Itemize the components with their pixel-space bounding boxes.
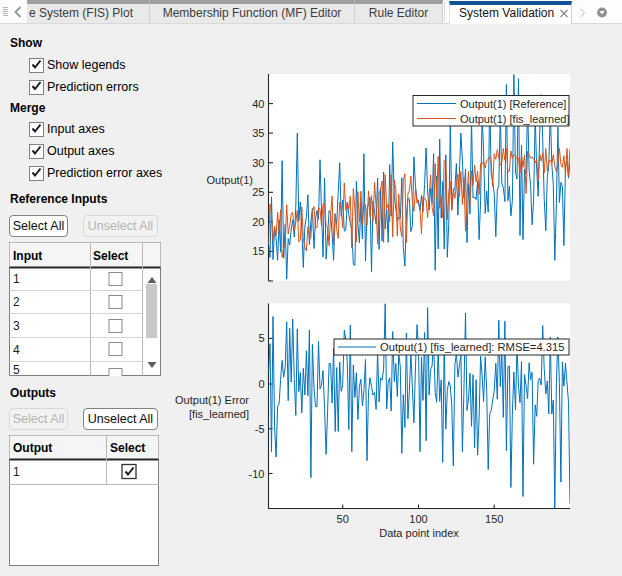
svg-text:Output(1) Error: Output(1) Error	[175, 394, 249, 406]
svg-text:Input: Input	[13, 249, 42, 263]
svg-text:Output(1) [fis_learned]: Output(1) [fis_learned]	[460, 113, 569, 125]
svg-text:150: 150	[485, 513, 503, 525]
svg-text:Select: Select	[110, 441, 145, 455]
svg-text:Output(1) [Reference]: Output(1) [Reference]	[460, 98, 566, 110]
svg-text:30: 30	[252, 157, 264, 169]
svg-text:1: 1	[13, 465, 20, 479]
svg-text:2: 2	[13, 295, 20, 309]
svg-text:Select: Select	[93, 249, 128, 263]
svg-text:35: 35	[252, 127, 264, 139]
svg-text:1: 1	[13, 272, 20, 286]
svg-text:5: 5	[258, 332, 264, 344]
svg-text:25: 25	[252, 186, 264, 198]
svg-text:40: 40	[252, 98, 264, 110]
svg-text:100: 100	[409, 513, 427, 525]
svg-text:3: 3	[13, 319, 20, 333]
svg-text:Output: Output	[13, 441, 52, 455]
svg-text:[fis_learned]: [fis_learned]	[189, 408, 249, 420]
svg-text:-5: -5	[255, 423, 265, 435]
svg-text:Data point index: Data point index	[379, 527, 459, 539]
svg-text:4: 4	[13, 343, 20, 357]
svg-text:0: 0	[258, 378, 264, 390]
svg-text:15: 15	[252, 245, 264, 257]
svg-text:20: 20	[252, 216, 264, 228]
svg-text:50: 50	[337, 513, 349, 525]
svg-text:Output(1): Output(1)	[207, 174, 253, 186]
svg-text:-10: -10	[249, 468, 265, 480]
svg-text:Output(1) [fis_learned]: RMSE=: Output(1) [fis_learned]: RMSE=4.315	[380, 341, 564, 353]
svg-text:5: 5	[13, 363, 20, 376]
